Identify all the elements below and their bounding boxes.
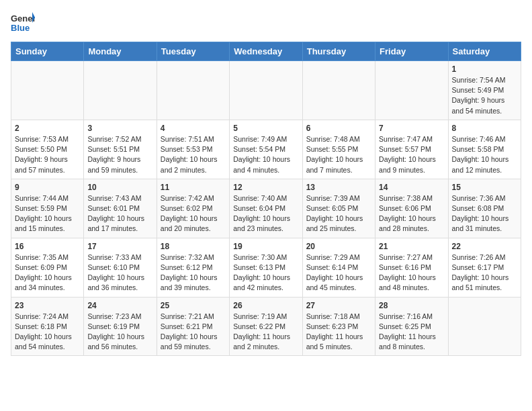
day-info: Sunrise: 7:23 AM Sunset: 6:19 PM Dayligh…	[87, 312, 152, 353]
calendar-cell: 5Sunrise: 7:49 AM Sunset: 5:54 PM Daylig…	[230, 120, 302, 179]
calendar-cell: 15Sunrise: 7:36 AM Sunset: 6:08 PM Dayli…	[448, 179, 521, 238]
calendar-cell: 28Sunrise: 7:16 AM Sunset: 6:25 PM Dayli…	[375, 297, 448, 356]
day-info: Sunrise: 7:32 AM Sunset: 6:12 PM Dayligh…	[161, 253, 226, 293]
calendar-cell: 25Sunrise: 7:21 AM Sunset: 6:21 PM Dayli…	[157, 297, 229, 356]
day-number: 19	[233, 242, 298, 251]
day-number: 13	[306, 183, 371, 192]
day-number: 15	[452, 183, 517, 192]
calendar-cell: 7Sunrise: 7:47 AM Sunset: 5:57 PM Daylig…	[375, 120, 448, 179]
calendar-cell: 2Sunrise: 7:53 AM Sunset: 5:50 PM Daylig…	[11, 120, 84, 179]
day-info: Sunrise: 7:30 AM Sunset: 6:13 PM Dayligh…	[233, 253, 298, 293]
calendar-cell	[448, 297, 521, 356]
day-info: Sunrise: 7:48 AM Sunset: 5:55 PM Dayligh…	[306, 134, 371, 175]
calendar-cell: 26Sunrise: 7:19 AM Sunset: 6:22 PM Dayli…	[230, 297, 302, 356]
calendar-cell: 21Sunrise: 7:27 AM Sunset: 6:16 PM Dayli…	[375, 238, 448, 297]
day-number: 26	[233, 301, 298, 310]
weekday-header: Wednesday	[230, 42, 302, 61]
day-number: 5	[233, 124, 298, 133]
day-info: Sunrise: 7:36 AM Sunset: 6:08 PM Dayligh…	[452, 193, 517, 234]
day-number: 22	[452, 242, 517, 251]
page-header: General Blue	[11, 11, 521, 35]
day-number: 6	[306, 124, 371, 133]
day-info: Sunrise: 7:54 AM Sunset: 5:49 PM Dayligh…	[452, 75, 517, 116]
calendar-cell: 9Sunrise: 7:44 AM Sunset: 5:59 PM Daylig…	[11, 179, 84, 238]
calendar-week-row: 2Sunrise: 7:53 AM Sunset: 5:50 PM Daylig…	[11, 120, 521, 179]
day-info: Sunrise: 7:26 AM Sunset: 6:17 PM Dayligh…	[452, 253, 517, 293]
calendar-cell: 20Sunrise: 7:29 AM Sunset: 6:14 PM Dayli…	[302, 238, 375, 297]
day-number: 7	[379, 124, 444, 133]
calendar-cell: 1Sunrise: 7:54 AM Sunset: 5:49 PM Daylig…	[448, 61, 521, 120]
day-number: 4	[161, 124, 226, 133]
svg-text:Blue: Blue	[11, 23, 30, 33]
day-number: 23	[15, 301, 80, 310]
day-info: Sunrise: 7:27 AM Sunset: 6:16 PM Dayligh…	[379, 253, 444, 293]
logo-svg: General Blue	[11, 11, 35, 35]
day-info: Sunrise: 7:19 AM Sunset: 6:22 PM Dayligh…	[233, 312, 298, 353]
day-number: 1	[452, 64, 517, 74]
calendar-cell: 16Sunrise: 7:35 AM Sunset: 6:09 PM Dayli…	[11, 238, 84, 297]
calendar-week-row: 9Sunrise: 7:44 AM Sunset: 5:59 PM Daylig…	[11, 179, 521, 238]
calendar-cell	[84, 61, 157, 120]
calendar-cell: 24Sunrise: 7:23 AM Sunset: 6:19 PM Dayli…	[84, 297, 157, 356]
weekday-header: Thursday	[302, 42, 375, 61]
day-info: Sunrise: 7:43 AM Sunset: 6:01 PM Dayligh…	[87, 193, 152, 234]
day-info: Sunrise: 7:53 AM Sunset: 5:50 PM Dayligh…	[15, 134, 80, 175]
day-info: Sunrise: 7:33 AM Sunset: 6:10 PM Dayligh…	[87, 253, 152, 293]
calendar-cell: 14Sunrise: 7:38 AM Sunset: 6:06 PM Dayli…	[375, 179, 448, 238]
weekday-header: Sunday	[11, 42, 84, 61]
calendar-cell	[375, 61, 448, 120]
calendar-week-row: 23Sunrise: 7:24 AM Sunset: 6:18 PM Dayli…	[11, 297, 521, 356]
day-number: 28	[379, 301, 444, 310]
calendar-cell: 8Sunrise: 7:46 AM Sunset: 5:58 PM Daylig…	[448, 120, 521, 179]
day-info: Sunrise: 7:52 AM Sunset: 5:51 PM Dayligh…	[87, 134, 152, 175]
day-number: 8	[452, 124, 517, 133]
calendar: SundayMondayTuesdayWednesdayThursdayFrid…	[11, 42, 521, 356]
logo: General Blue	[11, 11, 35, 35]
day-info: Sunrise: 7:38 AM Sunset: 6:06 PM Dayligh…	[379, 193, 444, 234]
calendar-cell: 17Sunrise: 7:33 AM Sunset: 6:10 PM Dayli…	[84, 238, 157, 297]
calendar-cell	[302, 61, 375, 120]
calendar-cell: 10Sunrise: 7:43 AM Sunset: 6:01 PM Dayli…	[84, 179, 157, 238]
day-info: Sunrise: 7:16 AM Sunset: 6:25 PM Dayligh…	[379, 312, 444, 353]
calendar-cell: 4Sunrise: 7:51 AM Sunset: 5:53 PM Daylig…	[157, 120, 229, 179]
day-number: 2	[15, 124, 80, 133]
svg-text:General: General	[11, 13, 35, 24]
calendar-week-row: 1Sunrise: 7:54 AM Sunset: 5:49 PM Daylig…	[11, 61, 521, 120]
day-number: 20	[306, 242, 371, 251]
calendar-cell	[157, 61, 229, 120]
calendar-cell: 19Sunrise: 7:30 AM Sunset: 6:13 PM Dayli…	[230, 238, 302, 297]
day-info: Sunrise: 7:49 AM Sunset: 5:54 PM Dayligh…	[233, 134, 298, 175]
day-info: Sunrise: 7:29 AM Sunset: 6:14 PM Dayligh…	[306, 253, 371, 293]
day-info: Sunrise: 7:51 AM Sunset: 5:53 PM Dayligh…	[161, 134, 226, 175]
calendar-header-row: SundayMondayTuesdayWednesdayThursdayFrid…	[11, 42, 521, 61]
calendar-cell: 3Sunrise: 7:52 AM Sunset: 5:51 PM Daylig…	[84, 120, 157, 179]
day-info: Sunrise: 7:46 AM Sunset: 5:58 PM Dayligh…	[452, 134, 517, 175]
day-number: 17	[87, 242, 152, 251]
calendar-cell: 27Sunrise: 7:18 AM Sunset: 6:23 PM Dayli…	[302, 297, 375, 356]
calendar-cell: 6Sunrise: 7:48 AM Sunset: 5:55 PM Daylig…	[302, 120, 375, 179]
day-info: Sunrise: 7:39 AM Sunset: 6:05 PM Dayligh…	[306, 193, 371, 234]
day-number: 10	[87, 183, 152, 192]
calendar-cell: 22Sunrise: 7:26 AM Sunset: 6:17 PM Dayli…	[448, 238, 521, 297]
calendar-cell: 11Sunrise: 7:42 AM Sunset: 6:02 PM Dayli…	[157, 179, 229, 238]
day-info: Sunrise: 7:40 AM Sunset: 6:04 PM Dayligh…	[233, 193, 298, 234]
day-number: 12	[233, 183, 298, 192]
weekday-header: Saturday	[448, 42, 521, 61]
day-info: Sunrise: 7:44 AM Sunset: 5:59 PM Dayligh…	[15, 193, 80, 234]
weekday-header: Friday	[375, 42, 448, 61]
calendar-cell: 23Sunrise: 7:24 AM Sunset: 6:18 PM Dayli…	[11, 297, 84, 356]
day-info: Sunrise: 7:42 AM Sunset: 6:02 PM Dayligh…	[161, 193, 226, 234]
calendar-cell: 18Sunrise: 7:32 AM Sunset: 6:12 PM Dayli…	[157, 238, 229, 297]
day-number: 14	[379, 183, 444, 192]
day-number: 24	[87, 301, 152, 310]
calendar-cell	[11, 61, 84, 120]
day-number: 9	[15, 183, 80, 192]
day-number: 11	[161, 183, 226, 192]
day-number: 16	[15, 242, 80, 251]
day-info: Sunrise: 7:47 AM Sunset: 5:57 PM Dayligh…	[379, 134, 444, 175]
day-info: Sunrise: 7:21 AM Sunset: 6:21 PM Dayligh…	[161, 312, 226, 353]
day-info: Sunrise: 7:24 AM Sunset: 6:18 PM Dayligh…	[15, 312, 80, 353]
day-number: 3	[87, 124, 152, 133]
day-number: 18	[161, 242, 226, 251]
day-number: 21	[379, 242, 444, 251]
